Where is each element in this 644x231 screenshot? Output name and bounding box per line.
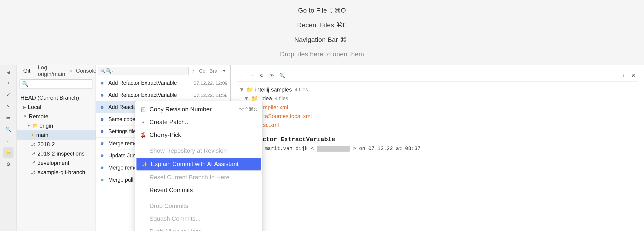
ctx-squash-commits: Squash Commits... (135, 212, 262, 225)
file-datasources-label: dataSources.local.xml (257, 113, 312, 119)
git-tabs: Git Log: origin/main × Console (17, 65, 96, 77)
branch-label-3: development (38, 160, 69, 166)
tree-item-branch-2018-2[interactable]: ⎇ 2018-2 (17, 140, 96, 149)
commit-row-1[interactable]: Add Refactor ExtractVariable 07.12.22, 1… (96, 89, 230, 101)
case-btn[interactable]: Cc (198, 68, 207, 74)
tree-item-head[interactable]: HEAD (Current Branch) (17, 93, 96, 102)
commit-graph-8 (98, 179, 106, 181)
commit-dot-1 (101, 94, 104, 97)
commit-email-blurred (317, 146, 350, 152)
tab-log-close[interactable]: × (70, 69, 72, 73)
commit-row-0[interactable]: Add Refactor ExtractVariable 07.12.22, 1… (96, 77, 230, 89)
tool-expand-icon[interactable]: ↔ (3, 136, 14, 146)
ctx-drop-commits: Drop Commits (135, 199, 262, 212)
tool-settings-icon[interactable]: ⚙ (3, 159, 14, 169)
ctx-copy-revision[interactable]: 📋 Copy Revision Number ⌥⇧⌘C (135, 103, 262, 116)
meta-separator: < (311, 146, 314, 152)
origin-label: origin (40, 122, 53, 129)
tool-arrow-icon[interactable]: ↙ (3, 89, 14, 99)
tool-push-icon[interactable]: ↖ (3, 101, 14, 111)
cherry-icon: 🍒 (140, 132, 146, 138)
ctx-explain-ai[interactable]: ✨ Explain Commit with AI Assistant (136, 158, 261, 170)
ctx-copy-revision-shortcut: ⌥⇧⌘C (238, 106, 257, 112)
head-label: HEAD (Current Branch) (20, 95, 79, 101)
meta-close-bracket: > on (353, 146, 365, 152)
filter-text: .* (190, 68, 196, 74)
tab-git[interactable]: Git (20, 66, 34, 76)
commit-graph-2 (98, 106, 106, 109)
idea-folder-item[interactable]: ▼ 📁 .idea 4 files (237, 94, 638, 103)
commit-graph-7 (98, 166, 106, 169)
commit-dot-0 (101, 82, 104, 85)
commit-dot-5 (101, 142, 104, 145)
repo-folder-icon: 📁 (246, 86, 254, 93)
commit-dot-8 (101, 179, 104, 181)
tree-item-branch-development[interactable]: ⎇ development (17, 158, 96, 168)
ctx-explain-ai-label: Explain Commit with AI Assistant (151, 160, 238, 168)
ctx-separator-2 (135, 198, 262, 198)
detail-up-icon[interactable]: ↑ (619, 72, 627, 79)
tool-sidebar: ◀ ＋ ↙ ↖ ⇌ 🔍 ↔ ⭐ ⚙ (0, 65, 17, 231)
ctx-push-all-label: Push All up to Here... (150, 228, 206, 231)
commit-graph-3 (98, 118, 106, 121)
tree-item-remote[interactable]: ▼ Remote (17, 112, 96, 121)
detail-search-icon[interactable]: 🔍 (278, 72, 286, 79)
tree-item-main[interactable]: ★ main (17, 130, 96, 140)
tree-item-local[interactable]: ▶ Local (17, 102, 96, 112)
repo-root-item[interactable]: ▼ 📁 intellij-samples 4 files (237, 85, 638, 94)
commit-graph-4 (98, 130, 106, 133)
git-search-input[interactable] (20, 79, 93, 89)
search-magnifier-icon: 🔍 (100, 69, 105, 74)
menu-goto-file[interactable]: Go to File ⇧⌘O (298, 7, 346, 14)
remote-label: Remote (29, 113, 48, 120)
ctx-squash-commits-label: Squash Commits... (150, 215, 201, 222)
commit-time-1: 07.12.22, 11:58 (194, 92, 228, 98)
commit-toolbar: 🔍 .* Cc Bra ▼ (96, 65, 230, 77)
tool-add-icon[interactable]: ＋ (3, 78, 14, 88)
tool-git-icon[interactable]: ⭐ (3, 147, 14, 158)
repo-file-count: 4 files (294, 87, 308, 93)
tree-item-branch-example[interactable]: ⎇ example-git-branch (17, 168, 96, 177)
menu-nav-bar[interactable]: Navigation Bar ⌘↑ (294, 36, 350, 44)
local-chevron-icon: ▶ (23, 105, 26, 109)
ctx-revert-commits-label: Revert Commits (150, 186, 193, 194)
expand-repo-icon: ▼ (239, 86, 244, 93)
commit-search-input[interactable] (105, 68, 186, 74)
more-options-button[interactable]: ▼ (220, 67, 228, 75)
detail-back-icon[interactable]: ← (237, 72, 245, 79)
detail-refresh-icon[interactable]: ↻ (258, 72, 266, 79)
detail-close-icon[interactable]: ⊗ (630, 72, 638, 79)
commit-search-bar: 🔍 (98, 67, 188, 75)
tree-item-origin[interactable]: ▼ 📁 origin (17, 121, 96, 130)
branch-icon-3: ⎇ (31, 160, 36, 166)
branch-label-4: example-git-branch (38, 169, 85, 176)
commit-dot-3 (101, 118, 104, 121)
commit-graph-6 (98, 154, 106, 157)
tool-search-icon[interactable]: 🔍 (3, 124, 14, 134)
commit-dot-6 (101, 154, 104, 157)
tree-item-branch-2018-2-insp[interactable]: ⎇ 2018-2-inspections (17, 149, 96, 158)
file-item-datasources[interactable]: </> dataSources.local.xml (237, 112, 638, 121)
ctx-show-repo: Show Repository at Revision (135, 144, 262, 157)
collapse-sidebar-button[interactable]: ◀ (5, 69, 12, 76)
tool-diff-icon[interactable]: ⇌ (3, 112, 14, 123)
detail-toolbar: ← → ↻ 👁 🔍 ↑ ⊗ (237, 70, 638, 82)
commit-detail-meta: ba1b2ba7 marit.van.dijk < > on 07.12.22 … (237, 146, 638, 152)
detail-panel: ← → ↻ 👁 🔍 ↑ ⊗ ▼ 📁 intellij-samples 4 fil… (231, 65, 644, 231)
file-tree: ▼ 📁 intellij-samples 4 files ▼ 📁 .idea 4… (237, 85, 638, 129)
repo-name: intellij-samples (255, 86, 292, 93)
ctx-revert-commits[interactable]: Revert Commits (135, 184, 262, 196)
file-item-misc[interactable]: </> misc.xml (237, 121, 638, 129)
star-icon: ★ (31, 132, 34, 138)
detail-forward-icon[interactable]: → (247, 72, 255, 79)
menu-recent-files[interactable]: Recent Files ⌘E (297, 21, 347, 29)
branch-filter[interactable]: Bra (208, 68, 219, 74)
ctx-separator-1 (135, 143, 262, 143)
ctx-create-patch[interactable]: ＋ Create Patch... (135, 116, 262, 129)
ctx-create-patch-label: Create Patch... (150, 119, 190, 126)
file-item-compiler[interactable]: </> compiler.xml (237, 103, 638, 112)
detail-preview-icon[interactable]: 👁 (268, 72, 276, 79)
ctx-cherry-pick[interactable]: 🍒 Cherry-Pick (135, 129, 262, 141)
commit-graph-5 (98, 142, 106, 145)
commit-dot-7 (101, 166, 104, 169)
